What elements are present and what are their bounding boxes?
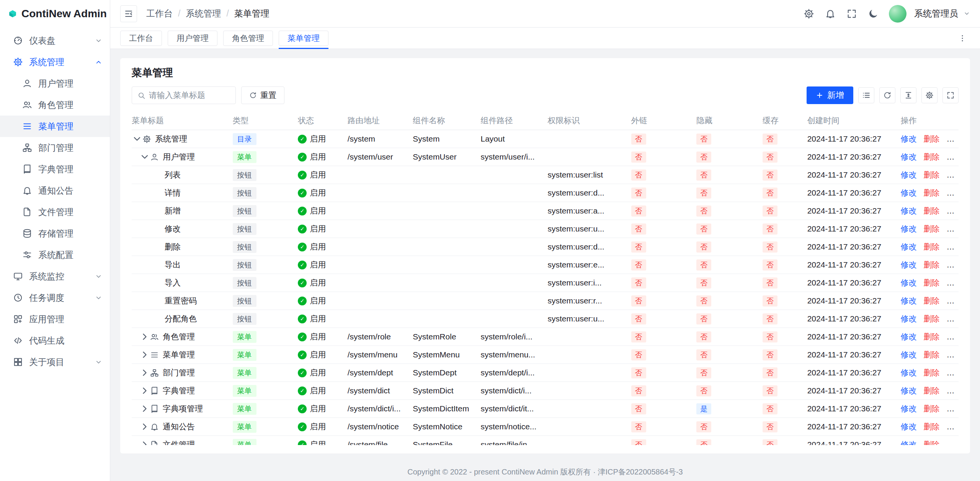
expand-down-icon[interactable] — [139, 152, 150, 162]
search-input[interactable] — [149, 91, 230, 100]
delete-link[interactable]: 删除 — [924, 332, 940, 341]
modify-link[interactable]: 修改 — [901, 440, 917, 445]
sidebar-collapse-button[interactable] — [120, 5, 137, 22]
username[interactable]: 系统管理员 — [914, 8, 958, 20]
tab-role-management[interactable]: 角色管理 — [223, 31, 273, 46]
sidebar-item-about-project[interactable]: 关于项目 — [0, 351, 110, 373]
add-link[interactable]: 新增 — [946, 422, 959, 431]
notification-button[interactable] — [822, 5, 839, 23]
add-link[interactable]: 新增 — [946, 134, 959, 143]
expand-right-icon[interactable] — [139, 403, 150, 414]
add-link[interactable]: 新增 — [946, 278, 959, 287]
modify-link[interactable]: 修改 — [901, 278, 917, 287]
delete-link[interactable]: 删除 — [924, 314, 940, 323]
modify-link[interactable]: 修改 — [901, 242, 917, 251]
expand-right-icon[interactable] — [139, 439, 150, 445]
add-link[interactable]: 新增 — [946, 386, 959, 395]
delete-link[interactable]: 删除 — [924, 260, 940, 269]
modify-link[interactable]: 修改 — [901, 152, 917, 161]
sidebar-item-system-monitor[interactable]: 系统监控 — [0, 266, 110, 287]
modify-link[interactable]: 修改 — [901, 422, 917, 431]
add-link[interactable]: 新增 — [946, 206, 959, 215]
sidebar-item-dict-management[interactable]: 字典管理 — [0, 158, 110, 180]
tab-user-management[interactable]: 用户管理 — [168, 31, 217, 46]
add-link[interactable]: 新增 — [946, 170, 959, 179]
modify-link[interactable]: 修改 — [901, 134, 917, 143]
add-link[interactable]: 新增 — [946, 188, 959, 197]
delete-link[interactable]: 删除 — [924, 188, 940, 197]
delete-link[interactable]: 删除 — [924, 440, 940, 445]
sidebar-item-user-management[interactable]: 用户管理 — [0, 73, 110, 94]
modify-link[interactable]: 修改 — [901, 386, 917, 395]
expand-right-icon[interactable] — [139, 331, 150, 342]
sidebar-item-file-management[interactable]: 文件管理 — [0, 201, 110, 223]
sidebar-item-role-management[interactable]: 角色管理 — [0, 94, 110, 116]
search-box[interactable] — [132, 86, 236, 104]
delete-link[interactable]: 删除 — [924, 206, 940, 215]
sidebar-item-dashboard[interactable]: 仪表盘 — [0, 30, 110, 51]
tab-menu-management[interactable]: 菜单管理 — [279, 31, 328, 46]
expand-down-icon[interactable] — [132, 134, 142, 144]
modify-link[interactable]: 修改 — [901, 332, 917, 341]
modify-link[interactable]: 修改 — [901, 296, 917, 305]
sidebar-item-notice[interactable]: 通知公告 — [0, 180, 110, 201]
fullscreen-button[interactable] — [942, 87, 959, 103]
sidebar-item-task-schedule[interactable]: 任务调度 — [0, 287, 110, 308]
modify-link[interactable]: 修改 — [901, 368, 917, 377]
dark-mode-button[interactable] — [864, 5, 882, 23]
sidebar-item-dept-management[interactable]: 部门管理 — [0, 137, 110, 158]
add-link[interactable]: 新增 — [946, 242, 959, 251]
delete-link[interactable]: 删除 — [924, 350, 940, 359]
tab-workbench[interactable]: 工作台 — [120, 31, 162, 46]
modify-link[interactable]: 修改 — [901, 260, 917, 269]
add-link[interactable]: 新增 — [946, 440, 959, 445]
expand-right-icon[interactable] — [139, 349, 150, 360]
reset-button[interactable]: 重置 — [241, 86, 284, 104]
add-link[interactable]: 新增 — [946, 404, 959, 413]
settings-button[interactable] — [800, 5, 818, 23]
delete-link[interactable]: 删除 — [924, 170, 940, 179]
column-settings-button[interactable] — [921, 87, 938, 103]
delete-link[interactable]: 删除 — [924, 242, 940, 251]
add-button[interactable]: 新增 — [807, 86, 853, 104]
breadcrumb-item[interactable]: 系统管理 — [186, 8, 221, 20]
delete-link[interactable]: 删除 — [924, 386, 940, 395]
delete-link[interactable]: 删除 — [924, 368, 940, 377]
line-height-button[interactable] — [900, 87, 916, 103]
list-button[interactable] — [858, 87, 874, 103]
expand-right-icon[interactable] — [139, 421, 150, 432]
expand-right-icon[interactable] — [139, 367, 150, 378]
sidebar-item-system-management[interactable]: 系统管理 — [0, 51, 110, 73]
modify-link[interactable]: 修改 — [901, 170, 917, 179]
add-link[interactable]: 新增 — [946, 152, 959, 161]
breadcrumb-item[interactable]: 工作台 — [146, 8, 173, 20]
delete-link[interactable]: 删除 — [924, 422, 940, 431]
add-link[interactable]: 新增 — [946, 260, 959, 269]
delete-link[interactable]: 删除 — [924, 134, 940, 143]
user-avatar[interactable] — [889, 5, 906, 23]
add-link[interactable]: 新增 — [946, 368, 959, 377]
delete-link[interactable]: 删除 — [924, 278, 940, 287]
delete-link[interactable]: 删除 — [924, 224, 940, 233]
delete-link[interactable]: 删除 — [924, 296, 940, 305]
app-logo[interactable]: ContiNew Admin — [0, 0, 110, 28]
add-link[interactable]: 新增 — [946, 314, 959, 323]
expand-right-icon[interactable] — [139, 385, 150, 396]
add-link[interactable]: 新增 — [946, 296, 959, 305]
delete-link[interactable]: 删除 — [924, 152, 940, 161]
delete-link[interactable]: 删除 — [924, 404, 940, 413]
modify-link[interactable]: 修改 — [901, 224, 917, 233]
tab-options-button[interactable] — [955, 31, 970, 46]
add-link[interactable]: 新增 — [946, 224, 959, 233]
fullscreen-button[interactable] — [843, 5, 861, 23]
modify-link[interactable]: 修改 — [901, 404, 917, 413]
modify-link[interactable]: 修改 — [901, 188, 917, 197]
add-link[interactable]: 新增 — [946, 332, 959, 341]
modify-link[interactable]: 修改 — [901, 206, 917, 215]
add-link[interactable]: 新增 — [946, 350, 959, 359]
sidebar-item-app-management[interactable]: 应用管理 — [0, 308, 110, 330]
modify-link[interactable]: 修改 — [901, 350, 917, 359]
sidebar-item-system-config[interactable]: 系统配置 — [0, 244, 110, 266]
refresh-button[interactable] — [879, 87, 895, 103]
sidebar-item-storage-management[interactable]: 存储管理 — [0, 223, 110, 244]
